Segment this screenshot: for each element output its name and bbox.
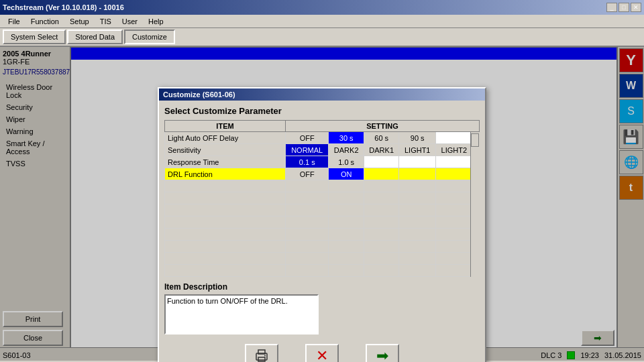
row3-item: Response Time <box>165 156 286 168</box>
row2-val1[interactable]: DARK2 <box>329 144 364 156</box>
row1-item: Light Auto OFF Delay <box>165 132 286 144</box>
menu-user[interactable]: User <box>117 16 143 27</box>
modal-content: Select Customize Parameter ITEM SETTING <box>159 101 485 362</box>
svg-rect-1 <box>258 357 265 361</box>
modal-title: Customize (S601-06) <box>163 90 235 99</box>
table-container: ITEM SETTING Light Auto OFF Delay OFF 30… <box>164 120 480 277</box>
stored-data-button[interactable]: Stored Data <box>67 29 123 44</box>
row3-val2 <box>364 156 399 168</box>
row2-val0[interactable]: NORMAL <box>286 144 329 156</box>
menu-bar: File Function Setup TIS User Help <box>0 15 644 28</box>
col-header-setting: SETTING <box>286 121 480 132</box>
table-row <box>165 253 480 265</box>
menu-help[interactable]: Help <box>143 16 169 27</box>
row2-val4[interactable]: LIGHT2 <box>436 144 473 156</box>
row3-val1[interactable]: 1.0 s <box>329 156 364 168</box>
modal-overlay: Customize (S601-06) Select Customize Par… <box>0 47 644 361</box>
modal-print-button[interactable] <box>245 344 278 362</box>
modal-next-button[interactable]: ➡ <box>366 344 399 362</box>
modal-cancel-button[interactable]: ✕ <box>305 344 339 362</box>
menu-file[interactable]: File <box>3 16 25 27</box>
row1-val3[interactable]: 90 s <box>399 132 436 144</box>
table-row: Sensitivity NORMAL DARK2 DARK1 LIGHT1 LI… <box>165 144 480 156</box>
row1-val0[interactable]: OFF <box>286 132 329 144</box>
row4-item: DRL Function <box>165 168 286 180</box>
row3-val0[interactable]: 0.1 s <box>286 156 329 168</box>
table-row <box>165 180 480 192</box>
item-description-section: Item Description <box>164 282 480 336</box>
main-area: 2005 4Runner 1GR-FE JTEBU17R558037887 Wi… <box>0 47 644 361</box>
title-bar: Techstream (Ver 10.10.018) - 10016 _ □ ✕ <box>0 0 644 15</box>
minimize-button[interactable]: _ <box>606 3 617 12</box>
table-row <box>165 229 480 241</box>
modal-buttons: ✕ ➡ <box>164 344 480 362</box>
row4-val2 <box>364 168 399 180</box>
modal-header: Select Customize Parameter <box>164 106 480 116</box>
printer-icon <box>254 348 270 362</box>
title-controls: _ □ ✕ <box>606 3 641 12</box>
customize-button[interactable]: Customize <box>124 29 175 44</box>
row3-val4 <box>436 156 473 168</box>
row4-val0[interactable]: OFF <box>286 168 329 180</box>
table-row <box>165 204 480 217</box>
scrollbar-thumb[interactable] <box>471 133 479 147</box>
row2-val3[interactable]: LIGHT1 <box>399 144 436 156</box>
row2-val2[interactable]: DARK1 <box>364 144 399 156</box>
modal-title-bar: Customize (S601-06) <box>159 88 485 101</box>
table-row-drl: DRL Function OFF ON <box>165 168 480 180</box>
menu-tis[interactable]: TIS <box>95 16 117 27</box>
toolbar: System Select Stored Data Customize <box>0 28 644 47</box>
table-row <box>165 265 480 277</box>
table-row <box>165 217 480 229</box>
table-row <box>165 241 480 253</box>
system-select-button[interactable]: System Select <box>3 29 66 44</box>
item-description-label: Item Description <box>164 282 480 292</box>
modal-dialog: Customize (S601-06) Select Customize Par… <box>158 87 486 362</box>
menu-setup[interactable]: Setup <box>64 16 95 27</box>
close-button[interactable]: ✕ <box>631 3 641 12</box>
table-row <box>165 192 480 204</box>
svg-point-3 <box>264 355 266 357</box>
table-row: Response Time 0.1 s 1.0 s <box>165 156 480 168</box>
col-header-item: ITEM <box>165 121 286 132</box>
row1-val1[interactable]: 30 s <box>329 132 364 144</box>
row1-val2[interactable]: 60 s <box>364 132 399 144</box>
row3-val3 <box>399 156 436 168</box>
row4-val4 <box>436 168 473 180</box>
item-description-text[interactable] <box>164 294 319 335</box>
row1-val4 <box>436 132 473 144</box>
param-table: ITEM SETTING Light Auto OFF Delay OFF 30… <box>164 120 480 277</box>
window-title: Techstream (Ver 10.10.018) - 10016 <box>3 3 124 11</box>
row4-val1[interactable]: ON <box>329 168 364 180</box>
menu-function[interactable]: Function <box>25 16 64 27</box>
table-row: Light Auto OFF Delay OFF 30 s 60 s 90 s <box>165 132 480 144</box>
maximize-button[interactable]: □ <box>619 3 629 12</box>
table-scrollbar[interactable] <box>470 132 480 277</box>
row4-val3 <box>399 168 436 180</box>
row2-item: Sensitivity <box>165 144 286 156</box>
